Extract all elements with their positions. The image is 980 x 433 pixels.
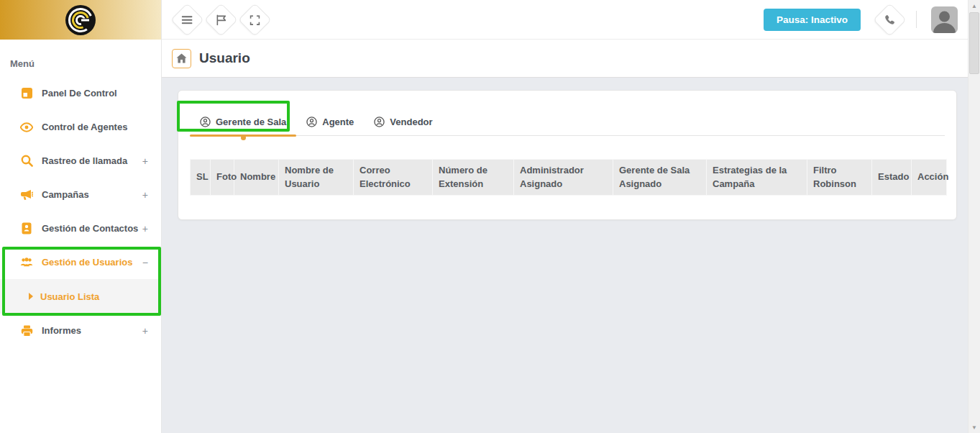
person-circle-icon xyxy=(374,117,385,127)
sidebar-toggle-button[interactable] xyxy=(170,3,204,37)
megaphone-icon xyxy=(20,188,33,201)
col-header-correo-electronico: Correo Electrónico xyxy=(354,160,433,196)
sidebar-item-label: Gestión de Contactos xyxy=(42,223,138,234)
fullscreen-button[interactable] xyxy=(238,3,272,37)
active-tab-indicator-dot xyxy=(241,135,246,140)
page-title: Usuario xyxy=(199,50,250,66)
sidebar-subitem-usuario-lista[interactable]: Usuario Lista xyxy=(0,279,161,314)
role-tabs: Gerente de Sala Agente V xyxy=(190,108,945,136)
search-icon xyxy=(20,155,33,168)
hamburger-menu-icon xyxy=(182,15,193,24)
users-icon xyxy=(20,256,33,269)
main-column: Pausa: Inactivo Usuario xyxy=(162,0,968,433)
sidebar-item-label: Control de Agentes xyxy=(42,122,127,132)
caret-right-icon xyxy=(29,293,33,300)
contact-book-icon xyxy=(20,222,33,235)
expand-indicator: + xyxy=(142,155,148,167)
breadcrumb: Usuario xyxy=(162,40,968,78)
sidebar: Menú Panel De Control Control de Agentes xyxy=(0,0,162,433)
tab-label: Gerente de Sala xyxy=(216,117,286,127)
tab-label: Vendedor xyxy=(390,117,432,127)
col-header-filtro-robinson: Filtro Robinson xyxy=(807,160,872,196)
flag-icon xyxy=(216,14,226,25)
flag-button[interactable] xyxy=(204,3,238,37)
scrollbar-up-arrow[interactable]: ▲ xyxy=(968,0,980,12)
sidebar-item-label: Gestión de Usuarios xyxy=(42,257,132,268)
col-header-estrategias-de-la-campana: Estrategias de la Campaña xyxy=(707,160,807,196)
sidebar-item-informes[interactable]: Informes + xyxy=(0,314,161,347)
sidebar-item-panel-de-control[interactable]: Panel De Control xyxy=(0,76,161,110)
printer-icon xyxy=(20,324,33,337)
col-header-foto: Foto xyxy=(211,160,234,196)
fullscreen-icon xyxy=(250,14,260,24)
expand-indicator: + xyxy=(142,223,148,234)
phone-button[interactable] xyxy=(873,3,907,37)
content-area: Gerente de Sala Agente V xyxy=(162,78,968,433)
sidebar-item-control-de-agentes[interactable]: Control de Agentes xyxy=(0,110,161,144)
sidebar-item-label: Rastreo de llamada xyxy=(42,155,127,166)
sidebar-nav: Panel De Control Control de Agentes Rast… xyxy=(0,76,161,347)
sidebar-subitem-label: Usuario Lista xyxy=(40,291,99,302)
sidebar-item-campanas[interactable]: Campañas + xyxy=(0,178,161,211)
sidebar-item-label: Campañas xyxy=(42,189,89,200)
col-header-estado: Estado xyxy=(872,160,912,196)
sidebar-menu-label: Menú xyxy=(0,40,161,76)
table-header-row: SL Foto Nombre Nombre de Usuario Correo … xyxy=(191,160,947,196)
tab-gerente-de-sala[interactable]: Gerente de Sala xyxy=(190,108,296,135)
topbar: Pausa: Inactivo xyxy=(162,0,968,40)
topbar-divider xyxy=(916,11,917,28)
sidebar-item-label: Panel De Control xyxy=(42,88,117,99)
user-list-card: Gerente de Sala Agente V xyxy=(178,90,957,220)
user-table: SL Foto Nombre Nombre de Usuario Correo … xyxy=(190,159,947,196)
sidebar-item-label: Informes xyxy=(42,325,81,336)
col-header-gerente-de-sala-asignado: Gerente de Sala Asignado xyxy=(613,160,707,196)
tab-agente[interactable]: Agente xyxy=(296,108,364,135)
eye-icon xyxy=(20,121,33,134)
col-header-numero-de-extension: Número de Extensión xyxy=(433,160,514,196)
app-window: Menú Panel De Control Control de Agentes xyxy=(0,0,980,433)
topbar-right: Pausa: Inactivo xyxy=(764,6,958,33)
home-icon xyxy=(176,53,187,63)
user-avatar[interactable] xyxy=(931,6,958,33)
col-header-nombre-de-usuario: Nombre de Usuario xyxy=(279,160,354,196)
vertical-scrollbar[interactable]: ▲ ▼ xyxy=(968,0,980,433)
scrollbar-thumb[interactable] xyxy=(969,12,979,74)
sidebar-item-gestion-de-contactos[interactable]: Gestión de Contactos + xyxy=(0,211,161,245)
col-header-sl: SL xyxy=(191,160,211,196)
brand-logo-icon[interactable] xyxy=(64,4,97,37)
expand-indicator: + xyxy=(142,325,148,337)
phone-icon xyxy=(884,14,895,25)
person-circle-icon xyxy=(306,117,317,127)
pause-status-button[interactable]: Pausa: Inactivo xyxy=(764,9,861,31)
col-header-nombre: Nombre xyxy=(234,160,279,196)
expand-indicator: + xyxy=(142,189,148,201)
scrollbar-down-arrow[interactable]: ▼ xyxy=(968,421,980,433)
tab-vendedor[interactable]: Vendedor xyxy=(364,108,442,135)
sidebar-item-gestion-de-usuarios[interactable]: Gestión de Usuarios − xyxy=(0,245,161,279)
home-button[interactable] xyxy=(172,49,191,68)
col-header-accion: Acción xyxy=(912,160,947,196)
dashboard-icon xyxy=(20,87,33,100)
avatar-silhouette-icon xyxy=(931,9,958,33)
sidebar-item-rastreo-de-llamada[interactable]: Rastreo de llamada + xyxy=(0,144,161,178)
collapse-indicator: − xyxy=(142,257,148,268)
tab-label: Agente xyxy=(322,117,354,127)
col-header-administrador-asignado: Administrador Asignado xyxy=(514,160,613,196)
logo-area xyxy=(0,0,161,40)
person-circle-icon xyxy=(200,117,211,127)
